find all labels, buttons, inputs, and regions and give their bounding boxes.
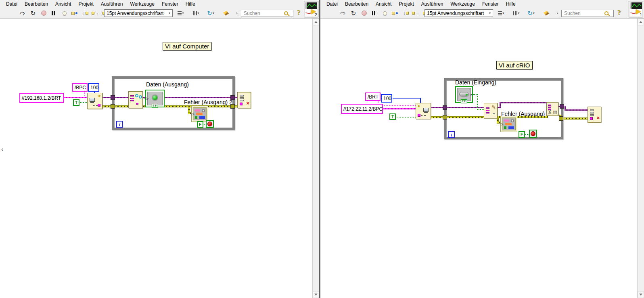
menu-fenster[interactable]: Fenster [479,1,502,7]
retain-wire-values-button[interactable] [69,9,79,17]
loop-tunnel-stream[interactable] [443,105,447,110]
iteration-terminal[interactable]: i [116,121,123,128]
step-over-button[interactable]: → [90,9,100,17]
flush-stream-node[interactable]: ⋈ ▤ [546,102,558,116]
menu-projekt[interactable]: Projekt [75,1,97,7]
menu-hilfe[interactable]: Hilfe [182,1,199,7]
loop-tunnel-stream[interactable] [111,95,115,100]
free-label-vi-auf-crio[interactable]: VI auf cRIO [496,61,533,69]
network-stream-wire[interactable] [500,102,547,103]
loop-tunnel-stream[interactable] [230,95,235,100]
boolean-wire[interactable] [477,109,484,110]
font-selector[interactable]: 15pt Anwendungsschriftart ▾ [424,9,493,17]
help-button[interactable]: ? [297,9,300,16]
timeout-numeric-constant[interactable]: 100 [381,94,392,103]
resize-objects-dropdown[interactable]: ↻▾ [526,9,536,17]
error-wire[interactable] [564,118,589,120]
network-stream-wire[interactable] [102,97,238,98]
menu-ansicht[interactable]: Ansicht [52,1,75,7]
numeric-wire[interactable] [420,98,421,103]
numeric-wire[interactable] [393,98,421,99]
string-wire[interactable] [84,92,85,96]
write-stream-element-node[interactable]: ✎ [484,103,498,118]
menu-bearbeiten[interactable]: Bearbeiten [21,1,52,7]
boolean-indicator-terminal[interactable]: ▷ TF [145,90,165,107]
error-wire[interactable] [102,105,238,107]
highlight-execution-button[interactable] [60,9,69,17]
font-selector[interactable]: 15pt Anwendungsschriftart ▾ [104,9,173,17]
create-stream-endpoint-node[interactable]: * [416,103,431,119]
scroll-up-button[interactable] [313,19,319,25]
error-cluster-indicator[interactable]: ▷ [191,106,208,122]
vertical-scrollbar[interactable] [312,19,319,298]
run-continuous-button[interactable]: ↻ [349,9,358,17]
step-over-button[interactable]: → [411,9,420,17]
string-wire[interactable] [383,108,416,109]
distribute-objects-dropdown[interactable]: ▾ [191,9,201,17]
string-wire[interactable] [378,105,416,106]
vertical-scrollbar[interactable] [637,19,644,298]
retain-wire-values-button[interactable] [390,9,399,17]
align-objects-dropdown[interactable]: ▾ [176,9,186,17]
read-stream-element-node[interactable] [128,91,143,108]
abort-button[interactable] [359,9,369,17]
boolean-wire[interactable] [80,102,87,103]
vi-icon[interactable]: 2 [304,1,318,17]
boolean-wire[interactable] [397,117,416,118]
run-button[interactable]: ⇨ [338,9,348,17]
false-constant[interactable]: F [519,131,525,138]
destroy-stream-endpoint-node[interactable]: × [237,92,251,108]
resize-objects-dropdown[interactable]: ↻▾ [206,9,215,17]
boolean-control-terminal[interactable]: ▸ TF [455,86,473,103]
vi-icon[interactable]: 1 [629,1,643,17]
step-into-button[interactable]: ↓ [401,9,411,17]
true-constant[interactable]: T [389,113,396,120]
timeout-numeric-constant[interactable]: 100 [88,83,99,92]
cleanup-diagram-button[interactable] [221,9,231,17]
true-constant[interactable]: T [73,99,79,106]
destroy-stream-endpoint-node[interactable]: × [588,107,601,123]
loop-condition-terminal[interactable] [206,120,214,128]
align-objects-dropdown[interactable]: ▾ [496,9,506,17]
string-wire[interactable] [64,97,88,98]
loop-tunnel-stream[interactable] [560,104,564,109]
iteration-terminal[interactable]: i [448,131,455,138]
run-continuous-button[interactable]: ↻ [28,9,38,17]
network-stream-wire[interactable] [500,103,501,108]
menu-ausfuehren[interactable]: Ausführen [97,1,127,7]
loop-condition-terminal[interactable] [529,130,537,138]
error-wire[interactable] [431,116,485,118]
scroll-down-button[interactable] [313,291,319,298]
false-constant[interactable]: F [197,121,203,128]
toolbar-overflow-chevron[interactable]: › [554,9,560,17]
menu-datei[interactable]: Datei [2,1,21,7]
free-label-vi-auf-computer[interactable]: VI auf Computer [163,42,211,50]
step-into-button[interactable]: ↓ [81,9,90,17]
toolbar-overflow-chevron[interactable]: › [234,9,240,17]
url-string-constant[interactable]: //192.168.1.2/BRT [19,93,64,103]
menu-werkzeuge[interactable]: Werkzeuge [447,1,478,7]
scroll-down-button[interactable] [638,291,644,298]
loop-tunnel-error[interactable] [443,115,447,120]
name-string-constant[interactable]: /BRT [365,92,381,101]
menu-fenster[interactable]: Fenster [158,1,182,7]
run-button[interactable]: ⇨ [18,9,27,17]
menu-ausfuehren[interactable]: Ausführen [418,1,447,7]
scroll-up-button[interactable] [638,19,644,25]
highlight-execution-button[interactable] [380,9,390,17]
menu-projekt[interactable]: Projekt [395,1,417,7]
boolean-wire[interactable] [477,94,478,110]
menu-werkzeuge[interactable]: Werkzeuge [126,1,158,7]
url-string-constant[interactable]: //172.22.11.2/BPC [341,104,383,114]
loop-tunnel-error[interactable] [230,104,235,109]
name-string-constant[interactable]: /BPC [72,83,88,92]
menu-hilfe[interactable]: Hilfe [502,1,519,7]
menu-datei[interactable]: Datei [323,1,341,7]
help-button[interactable]: ? [617,9,621,16]
cleanup-diagram-button[interactable] [542,9,551,17]
pause-button[interactable] [48,9,58,17]
loop-tunnel-error[interactable] [111,104,115,109]
error-cluster-indicator[interactable]: ▷ [500,116,517,132]
network-stream-wire[interactable] [565,109,589,111]
abort-button[interactable] [39,9,48,17]
